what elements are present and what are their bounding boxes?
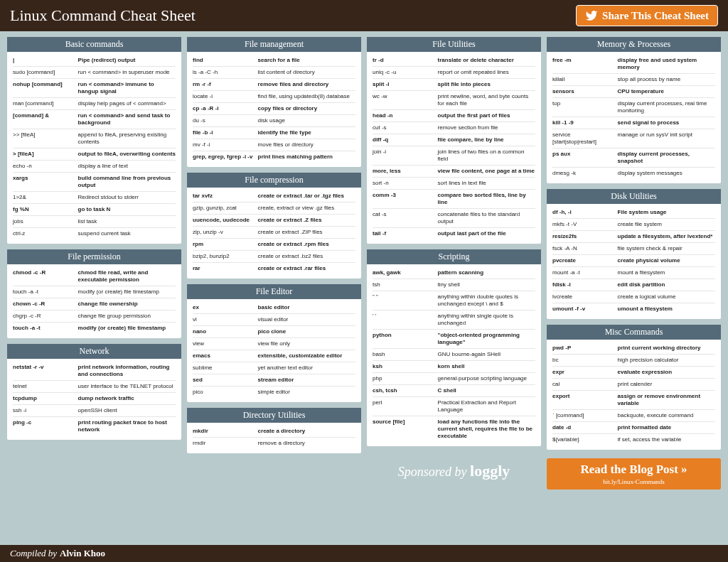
table-row: gzip, gunzip, zcatcreate, extract or vie…: [193, 202, 355, 215]
command-cell: umount -f -v: [552, 306, 618, 313]
command-cell: du -s: [193, 117, 258, 124]
description-cell: modify (or create) file timestamp: [78, 325, 176, 332]
description-cell: create physical volume: [618, 257, 715, 264]
table-row: python"object-oriented programming langu…: [373, 330, 535, 349]
description-cell: create, extract or view .gz files: [258, 205, 355, 212]
command-cell: dmesg -k: [552, 170, 618, 177]
description-cell: copy files or directory: [258, 105, 355, 112]
share-button[interactable]: Share This Cheat Sheet: [576, 5, 718, 26]
command-cell: join -i: [373, 148, 438, 163]
table-row: awk, gawkpattern scanning: [373, 267, 535, 279]
description-cell: send signal to process: [618, 119, 715, 126]
command-cell: chown -c -R: [13, 301, 78, 308]
description-cell: GNU bourne-again SHell: [438, 351, 535, 358]
columns: Basic commands|Pipe (redirect) outputsud…: [0, 31, 728, 545]
description-cell: go to task N: [78, 206, 176, 213]
share-label: Share This Cheat Sheet: [602, 10, 709, 22]
command-cell: fg %N: [13, 206, 78, 213]
description-cell: openSSH client: [78, 407, 176, 414]
description-cell: print formatted date: [618, 424, 715, 431]
section-body: free -mdisplay free and used system memo…: [547, 52, 721, 183]
description-cell: create a directory: [258, 428, 355, 435]
description-cell: remove a directory: [258, 440, 355, 447]
description-cell: C shell: [438, 387, 535, 394]
description-cell: chmod file read, write and executable pe…: [78, 269, 176, 283]
description-cell: list task: [78, 218, 176, 225]
command-cell: touch -a -t: [13, 325, 78, 332]
command-cell: mkdir: [193, 428, 258, 435]
command-cell: gzip, gunzip, zcat: [193, 205, 258, 212]
description-cell: mount a filesystem: [618, 269, 715, 276]
table-row: exprevaluate expression: [552, 367, 715, 379]
command-cell: mv -f -i: [193, 141, 258, 148]
command-cell: sensors: [552, 88, 618, 95]
table-row: > [fileA]output to fileA, overwriting co…: [13, 148, 176, 161]
table-row: comm -3compare two sorted files, line by…: [373, 190, 535, 209]
command-cell: free -m: [552, 57, 618, 71]
section-header: Directory Utilities: [187, 408, 361, 423]
section-header: File compression: [187, 173, 361, 188]
sponsor-text: Sponsored by loggly: [367, 456, 541, 486]
read-blog-button[interactable]: Read the Blog Post »bit.ly/Linux-Command…: [547, 458, 721, 490]
section-body: chmod -c -Rchmod file read, write and ex…: [7, 264, 181, 338]
command-cell: locate -i: [193, 93, 258, 100]
table-row: rpmcreate or extract .rpm files: [193, 239, 355, 251]
table-row: bzip2, bunzip2create or extract .bz2 fil…: [193, 251, 355, 263]
table-row: chmod -c -Rchmod file read, write and ex…: [13, 267, 176, 286]
command-cell: df -h, -i: [552, 209, 618, 216]
command-cell: pwd -P: [552, 345, 618, 352]
section-header: Memory & Processes: [547, 37, 721, 52]
description-cell: basic editor: [258, 304, 355, 311]
description-cell: load any functions file into the current…: [438, 418, 535, 440]
command-cell: python: [373, 332, 438, 346]
table-row: 1>2&Redirect stdout to stderr: [13, 192, 176, 204]
command-cell: rm -r -f: [193, 81, 258, 88]
table-row: echo -ndisplay a line of text: [13, 161, 176, 173]
command-cell: [command] &: [13, 112, 78, 126]
table-row: perlPractical Extraction and Report Lang…: [373, 397, 535, 416]
command-cell: head -n: [373, 112, 438, 119]
table-row: cp -a -R -icopy files or directory: [193, 103, 355, 115]
footer: Compiled by Alvin Khoo: [0, 545, 728, 562]
table-row: chgrp -c -Rchange file group permission: [13, 310, 176, 323]
description-cell: compare two sorted files, line by line: [438, 192, 535, 206]
description-cell: report or omit repeated lines: [438, 69, 535, 76]
table-row: head -noutput the first part of files: [373, 110, 535, 122]
section-header: Network: [7, 344, 181, 359]
section: File permissionchmod -c -Rchmod file rea…: [7, 249, 181, 338]
description-cell: high precision calculator: [618, 357, 715, 364]
table-row: file -b -iidentify the file type: [193, 127, 355, 139]
description-cell: change file group permission: [78, 313, 176, 320]
section: Directory Utilitiesmkdircreate a directo…: [187, 408, 361, 453]
description-cell: backquote, execute command: [618, 412, 715, 419]
table-row: tcpdumpdump network traffic: [13, 393, 176, 405]
table-row: topdisplay current processes, real time …: [552, 98, 715, 117]
table-row: sudo [command]run < command> in superuse…: [13, 67, 176, 79]
table-row: resize2fsupdate a filesystem, after lvex…: [552, 231, 715, 243]
description-cell: display help pages of < command>: [78, 100, 176, 107]
table-row: mkfs -t -Vcreate file system: [552, 219, 715, 231]
section-header: File Utilities: [367, 37, 541, 52]
command-cell: cal: [552, 381, 618, 388]
table-row: lvcreatecreate a logical volume: [552, 291, 715, 303]
table-row: sublimeyet another text editor: [193, 362, 355, 374]
description-cell: print network information, routing and c…: [78, 364, 176, 378]
table-row: mkdircreate a directory: [193, 426, 355, 438]
description-cell: modify (or create) file timestamp: [78, 288, 176, 296]
table-row: date -dprint formatted date: [552, 422, 715, 434]
description-cell: sort lines in text file: [438, 180, 535, 187]
description-cell: simple editor: [258, 389, 355, 396]
description-cell: stop all process by name: [618, 76, 715, 83]
description-cell: print newline, word, and byte counts for…: [438, 93, 535, 107]
table-row: nanopico clone: [193, 326, 355, 338]
command-cell: find: [193, 57, 258, 64]
table-row: mount -a -tmount a filesystem: [552, 267, 715, 279]
description-cell: build command line from previous output: [78, 175, 176, 189]
table-row: man [command]display help pages of < com…: [13, 98, 176, 110]
table-row: tar xvfzcreate or extract .tar or .tgz f…: [193, 190, 355, 202]
command-cell: ps aux: [552, 151, 618, 165]
description-cell: Redirect stdout to stderr: [78, 194, 176, 201]
table-row: source [file]load any functions file int…: [373, 416, 535, 442]
command-cell: mkfs -t -V: [552, 221, 618, 228]
description-cell: Pipe (redirect) output: [78, 57, 176, 64]
